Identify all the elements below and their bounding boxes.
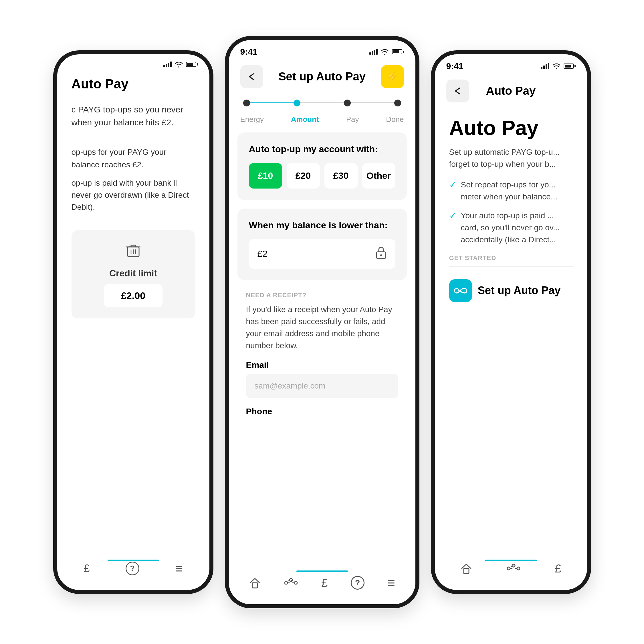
status-icons-left	[163, 61, 198, 68]
left-features1: op-ups for your PAYG your balance reache…	[72, 146, 195, 172]
back-button[interactable]	[240, 65, 263, 88]
balance-title: When my balance is lower than:	[249, 220, 395, 231]
svg-rect-3	[252, 583, 257, 588]
nav-pound-right[interactable]: £	[555, 562, 561, 575]
center-header: Set up Auto Pay ⚡	[229, 60, 415, 97]
wifi-icon	[175, 61, 183, 68]
infinity-icon	[449, 279, 472, 302]
left-description: c PAYG top-ups so you never when your ba…	[72, 103, 195, 129]
step-line-1	[250, 102, 294, 103]
svg-point-6	[294, 581, 297, 584]
pound-icon-right: £	[555, 562, 561, 575]
receipt-desc: If you'd like a receipt when your Auto P…	[246, 304, 398, 352]
stepper	[229, 97, 415, 115]
nav-pound[interactable]: £	[321, 576, 328, 589]
right-content: Auto Pay Set up automatic PAYG top-u... …	[435, 111, 587, 315]
right-description: Set up automatic PAYG top-u... forget to…	[449, 146, 573, 170]
email-label: Email	[246, 360, 398, 370]
step-label-energy: Energy	[240, 115, 264, 124]
menu-icon: ≡	[175, 561, 183, 576]
nav-item-help[interactable]: ?	[126, 562, 139, 575]
signal-icon	[163, 62, 172, 67]
receipt-label: NEED A RECEIPT?	[246, 292, 398, 299]
auto-topup-card: Auto top-up my account with: £10 £20 £30…	[237, 132, 407, 200]
status-bar-right: 9:41	[435, 54, 587, 74]
pound-icon: £	[84, 562, 90, 575]
step-dot-4	[394, 100, 401, 106]
nav-item-menu[interactable]: ≡	[175, 561, 183, 576]
right-title: Auto Pay	[486, 84, 536, 97]
left-credit-card: Credit limit £2.00	[72, 230, 195, 318]
wifi-icon	[552, 63, 561, 69]
phone-right: 9:41	[431, 50, 591, 594]
question-icon: ?	[351, 576, 364, 590]
receipt-section: NEED A RECEIPT? If you'd like a receipt …	[229, 289, 415, 429]
signal-icon	[369, 49, 378, 55]
amount-options: £10 £20 £30 Other	[249, 163, 395, 189]
menu-icon: ≡	[387, 575, 395, 591]
svg-point-8	[507, 567, 510, 570]
lightning-button[interactable]: ⚡	[381, 65, 404, 88]
nav-help[interactable]: ?	[351, 576, 364, 590]
amount-20-button[interactable]: £20	[287, 163, 320, 189]
time-right: 9:41	[446, 61, 463, 71]
step-label-done: Done	[386, 115, 404, 124]
wifi-icon	[381, 49, 389, 55]
time-center: 9:41	[240, 47, 257, 57]
nav-network[interactable]	[284, 578, 298, 588]
bottom-nav-center: £ ? ≡	[229, 567, 415, 604]
credit-label: Credit limit	[109, 268, 157, 279]
checkmark-icon-1: ✓	[449, 180, 456, 190]
step-dot-3	[344, 100, 351, 106]
status-bar-center: 9:41	[229, 40, 415, 60]
pound-icon: £	[321, 576, 328, 589]
step-dot-2	[294, 100, 300, 106]
bottom-nav-left: £ ? ≡	[57, 553, 209, 590]
nav-indicator-right	[485, 560, 537, 561]
nav-network-right[interactable]	[506, 563, 521, 574]
credit-value: £2.00	[104, 284, 163, 307]
left-title: Auto Pay	[72, 76, 195, 92]
center-title: Set up Auto Pay	[278, 70, 366, 83]
right-header: Auto Pay	[435, 74, 587, 111]
amount-10-button[interactable]: £10	[249, 163, 282, 189]
checkmark-icon-2: ✓	[449, 211, 456, 221]
phone-label: Phone	[246, 407, 398, 416]
trash-icon	[125, 242, 142, 262]
stepper-labels: Energy Amount Pay Done	[229, 115, 415, 132]
battery-icon	[186, 62, 198, 67]
back-button-right[interactable]	[446, 80, 469, 102]
svg-rect-7	[464, 568, 469, 574]
left-bank-note: op-up is paid with your bank ll never go…	[72, 177, 195, 213]
lightning-icon: ⚡	[386, 71, 399, 83]
step-label-amount: Amount	[291, 115, 319, 124]
nav-home[interactable]	[249, 577, 261, 588]
question-icon: ?	[126, 562, 139, 575]
nav-indicator-left	[108, 560, 159, 561]
status-icons-right	[541, 63, 576, 69]
right-main-title: Auto Pay	[449, 117, 573, 139]
left-content: Auto Pay c PAYG top-ups so you never whe…	[57, 70, 209, 324]
nav-home-right[interactable]	[460, 563, 472, 574]
battery-icon	[564, 64, 576, 69]
status-bar-left	[57, 54, 209, 70]
check-item-2: ✓ Your auto top-up is paid ... card, so …	[449, 210, 573, 246]
amount-30-button[interactable]: £30	[324, 163, 358, 189]
bottom-nav-right: £	[435, 553, 587, 590]
phone-center: 9:41	[225, 36, 419, 608]
step-dot-1	[243, 100, 250, 106]
balance-amount: £2	[257, 249, 268, 259]
setup-btn-text: Set up Auto Pay	[478, 284, 561, 297]
scene: Auto Pay c PAYG top-ups so you never whe…	[0, 0, 644, 644]
get-started-label: GET STARTED	[449, 254, 573, 262]
nav-item-pound[interactable]: £	[84, 562, 90, 575]
balance-card: When my balance is lower than: £2	[237, 209, 407, 280]
amount-other-button[interactable]: Other	[362, 163, 395, 189]
battery-icon	[392, 49, 404, 54]
lock-icon	[375, 246, 387, 262]
step-line-2	[300, 102, 344, 103]
divider	[449, 266, 573, 267]
email-input[interactable]: sam@example.com	[246, 374, 398, 398]
setup-autopay-button[interactable]: Set up Auto Pay	[449, 272, 573, 309]
nav-menu[interactable]: ≡	[387, 575, 395, 591]
